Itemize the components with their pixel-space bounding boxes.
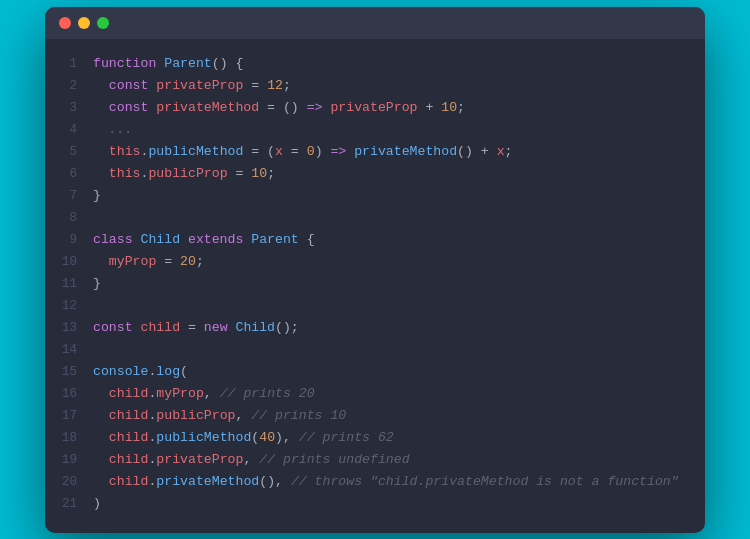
token-plain: ( [180, 364, 188, 379]
token-fn: Child [235, 320, 275, 335]
line-number: 11 [45, 273, 77, 295]
token-kw: const [109, 78, 156, 93]
minimize-dot[interactable] [78, 17, 90, 29]
code-tokens: ... [93, 119, 133, 141]
code-line: 16 child.myProp, // prints 20 [45, 383, 705, 405]
token-plain [93, 474, 109, 489]
token-arrow: => [307, 100, 323, 115]
token-plain: ; [505, 144, 513, 159]
code-tokens: ) [93, 493, 101, 515]
token-fn: Child [140, 232, 187, 247]
code-line: 12 [45, 295, 705, 317]
token-var: x [497, 144, 505, 159]
token-var: privateMethod [156, 100, 259, 115]
code-line: 2 const privateProp = 12; [45, 75, 705, 97]
code-editor: 1function Parent() {2 const privateProp … [45, 39, 705, 533]
token-plain: ) [315, 144, 331, 159]
code-line: 5 this.publicMethod = (x = 0) => private… [45, 141, 705, 163]
token-plain [93, 430, 109, 445]
token-plain: (); [275, 320, 299, 335]
line-number: 1 [45, 53, 77, 75]
code-tokens: console.log( [93, 361, 188, 383]
code-window: 1function Parent() {2 const privateProp … [45, 7, 705, 533]
token-method: console [93, 364, 148, 379]
code-line: 3 const privateMethod = () => privatePro… [45, 97, 705, 119]
code-tokens: child.publicProp, // prints 10 [93, 405, 346, 427]
token-fn: Parent [164, 56, 211, 71]
line-number: 12 [45, 295, 77, 317]
code-tokens: child.myProp, // prints 20 [93, 383, 315, 405]
token-kw: function [93, 56, 164, 71]
token-method: publicMethod [156, 430, 251, 445]
token-plain: () + [457, 144, 497, 159]
maximize-dot[interactable] [97, 17, 109, 29]
token-plain: = [228, 166, 252, 181]
code-line: 10 myProp = 20; [45, 251, 705, 273]
code-line: 15console.log( [45, 361, 705, 383]
line-number: 9 [45, 229, 77, 251]
token-var: x [275, 144, 283, 159]
token-method: publicMethod [148, 144, 243, 159]
token-plain: = ( [243, 144, 275, 159]
token-plain: } [93, 188, 101, 203]
token-var: child [140, 320, 180, 335]
code-line: 9class Child extends Parent { [45, 229, 705, 251]
token-var: privateProp [330, 100, 417, 115]
token-cm: // prints undefined [251, 452, 409, 467]
line-number: 15 [45, 361, 77, 383]
token-plain: ) [93, 496, 101, 511]
token-plain [93, 254, 109, 269]
token-prop: myProp [156, 386, 203, 401]
token-num: 20 [180, 254, 196, 269]
line-number: 17 [45, 405, 77, 427]
code-line: 11} [45, 273, 705, 295]
code-line: 21) [45, 493, 705, 515]
token-plain [93, 408, 109, 423]
code-tokens: const child = new Child(); [93, 317, 299, 339]
token-var: child [109, 452, 149, 467]
token-var: child [109, 408, 149, 423]
token-fn: Parent [251, 232, 298, 247]
line-number: 3 [45, 97, 77, 119]
token-cm: // throws "child.privateMethod is not a … [283, 474, 679, 489]
code-tokens: child.privateProp, // prints undefined [93, 449, 410, 471]
token-plain: = [259, 100, 283, 115]
token-plain: () [283, 100, 307, 115]
line-number: 16 [45, 383, 77, 405]
token-arrow: => [330, 144, 346, 159]
code-line: 7} [45, 185, 705, 207]
line-number: 21 [45, 493, 77, 515]
line-number: 10 [45, 251, 77, 273]
code-tokens: const privateMethod = () => privateProp … [93, 97, 465, 119]
code-tokens: this.publicMethod = (x = 0) => privateMe… [93, 141, 513, 163]
token-num: 10 [251, 166, 267, 181]
token-var: child [109, 430, 149, 445]
line-number: 13 [45, 317, 77, 339]
token-cm: // prints 20 [212, 386, 315, 401]
token-kw: const [93, 320, 140, 335]
line-number: 2 [45, 75, 77, 97]
code-tokens: } [93, 185, 101, 207]
code-tokens: class Child extends Parent { [93, 229, 315, 251]
token-num: 10 [441, 100, 457, 115]
token-plain: = [243, 78, 267, 93]
code-line: 17 child.publicProp, // prints 10 [45, 405, 705, 427]
token-plain: = [180, 320, 204, 335]
token-this-kw: this [109, 144, 141, 159]
token-plain: + [418, 100, 442, 115]
code-tokens: function Parent() { [93, 53, 243, 75]
code-tokens: myProp = 20; [93, 251, 204, 273]
token-var: child [109, 386, 149, 401]
token-method: privateMethod [156, 474, 259, 489]
line-number: 18 [45, 427, 77, 449]
token-plain: = [283, 144, 307, 159]
token-num: 12 [267, 78, 283, 93]
code-line: 19 child.privateProp, // prints undefine… [45, 449, 705, 471]
line-number: 8 [45, 207, 77, 229]
code-line: 6 this.publicProp = 10; [45, 163, 705, 185]
line-number: 7 [45, 185, 77, 207]
token-plain [93, 166, 109, 181]
token-cm: ... [93, 122, 133, 137]
token-plain [93, 144, 109, 159]
close-dot[interactable] [59, 17, 71, 29]
